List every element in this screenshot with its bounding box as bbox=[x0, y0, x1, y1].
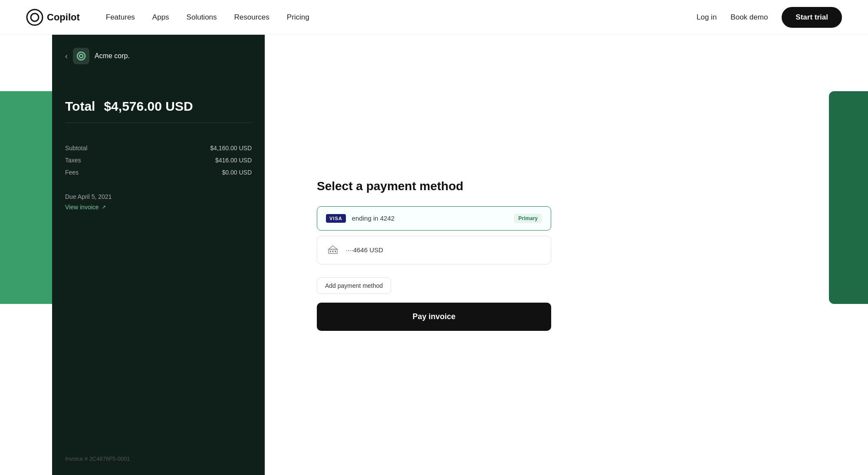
external-link-icon: ↗ bbox=[102, 204, 106, 210]
svg-rect-7 bbox=[335, 251, 336, 252]
company-name: Acme corp. bbox=[95, 52, 130, 60]
svg-rect-5 bbox=[330, 251, 331, 252]
total-label: Total bbox=[65, 99, 95, 114]
navbar: Copilot Features Apps Solutions Resource… bbox=[0, 0, 868, 35]
side-panel-left bbox=[0, 91, 56, 304]
taxes-row: Taxes $416.00 USD bbox=[65, 157, 252, 164]
invoice-total-row: Total $4,576.00 USD bbox=[65, 99, 252, 114]
nav-solutions[interactable]: Solutions bbox=[187, 13, 217, 22]
view-invoice-label: View invoice bbox=[65, 204, 99, 211]
nav-features[interactable]: Features bbox=[106, 13, 135, 22]
navbar-actions: Log in Book demo Start trial bbox=[697, 7, 842, 28]
bank-icon bbox=[326, 243, 340, 257]
svg-point-1 bbox=[31, 13, 39, 21]
nav-apps[interactable]: Apps bbox=[152, 13, 169, 22]
invoice-header: ‹ Acme corp. bbox=[52, 35, 265, 73]
view-invoice-link[interactable]: View invoice ↗ bbox=[65, 204, 252, 211]
visa-badge: VISA bbox=[326, 214, 346, 223]
primary-badge: Primary bbox=[514, 214, 542, 223]
svg-point-2 bbox=[77, 52, 85, 60]
invoice-total-section: Total $4,576.00 USD bbox=[52, 73, 265, 145]
invoice-meta: Due April 5, 2021 View invoice ↗ bbox=[52, 180, 265, 211]
login-button[interactable]: Log in bbox=[697, 13, 717, 22]
company-logo-icon bbox=[76, 51, 86, 61]
logo-icon bbox=[26, 9, 43, 26]
logo[interactable]: Copilot bbox=[26, 9, 80, 26]
svg-point-3 bbox=[79, 54, 83, 58]
start-trial-button[interactable]: Start trial bbox=[782, 7, 842, 28]
taxes-label: Taxes bbox=[65, 157, 81, 164]
line-items: Subtotal $4,160.00 USD Taxes $416.00 USD… bbox=[52, 145, 265, 176]
nav-resources[interactable]: Resources bbox=[234, 13, 270, 22]
payment-section: Select a payment method VISA ending in 4… bbox=[304, 35, 564, 475]
nav-links: Features Apps Solutions Resources Pricin… bbox=[106, 13, 697, 22]
payment-title: Select a payment method bbox=[317, 179, 464, 193]
invoice-panel: ‹ Acme corp. Total $4,576.00 USD Subtota… bbox=[52, 35, 265, 475]
due-date: Due April 5, 2021 bbox=[65, 193, 252, 200]
nav-pricing[interactable]: Pricing bbox=[287, 13, 309, 22]
invoice-footer: Invoice # 2C4876F5-0001 bbox=[65, 455, 130, 462]
fees-label: Fees bbox=[65, 169, 79, 176]
payment-methods-list: VISA ending in 4242 Primary ····4646 USD bbox=[317, 206, 551, 264]
back-arrow-icon[interactable]: ‹ bbox=[65, 52, 68, 61]
total-amount: $4,576.00 USD bbox=[104, 99, 193, 114]
invoice-divider bbox=[65, 122, 252, 123]
subtotal-value: $4,160.00 USD bbox=[210, 145, 252, 152]
payment-method-card[interactable]: VISA ending in 4242 Primary bbox=[317, 206, 551, 231]
subtotal-row: Subtotal $4,160.00 USD bbox=[65, 145, 252, 152]
payment-method-bank[interactable]: ····4646 USD bbox=[317, 236, 551, 264]
company-logo bbox=[73, 48, 89, 64]
logo-text: Copilot bbox=[47, 12, 80, 23]
pay-invoice-button[interactable]: Pay invoice bbox=[317, 303, 551, 331]
side-panel-right bbox=[829, 91, 868, 304]
taxes-value: $416.00 USD bbox=[215, 157, 252, 164]
book-demo-button[interactable]: Book demo bbox=[730, 13, 768, 22]
invoice-number: Invoice # 2C4876F5-0001 bbox=[65, 455, 130, 462]
card-ending-text: ending in 4242 bbox=[352, 214, 508, 222]
svg-rect-6 bbox=[332, 251, 334, 252]
svg-point-0 bbox=[27, 10, 43, 25]
add-payment-method-button[interactable]: Add payment method bbox=[317, 277, 391, 294]
bank-ending-text: ····4646 USD bbox=[346, 246, 542, 254]
fees-value: $0.00 USD bbox=[222, 169, 252, 176]
subtotal-label: Subtotal bbox=[65, 145, 87, 152]
fees-row: Fees $0.00 USD bbox=[65, 169, 252, 176]
